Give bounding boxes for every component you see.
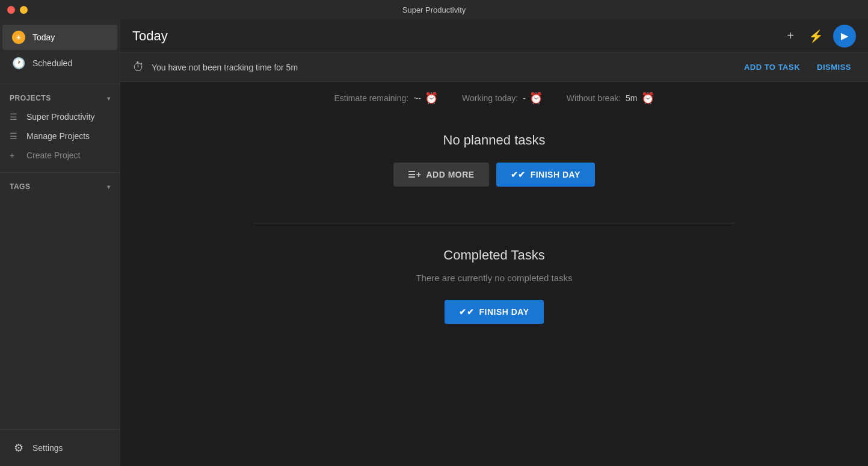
content-area: No planned tasks ☰+ ADD MORE ✔✔ FINISH D… <box>120 114 868 466</box>
app-title: Super Productivity <box>402 5 466 14</box>
without-break-value: 5m ⏰ <box>626 92 654 105</box>
sidebar: ☀ Today 🕐 Scheduled Projects ▾ ☰ Super P… <box>0 19 120 466</box>
no-tasks-section: No planned tasks ☰+ ADD MORE ✔✔ FINISH D… <box>314 132 675 187</box>
completed-section: Completed Tasks There are currently no c… <box>314 247 675 324</box>
sidebar-item-today[interactable]: ☀ Today <box>2 25 117 50</box>
sidebar-bottom: ⚙ Settings <box>0 429 120 466</box>
tags-section-header[interactable]: Tags ▾ <box>0 178 120 196</box>
add-more-label: ADD MORE <box>426 170 474 179</box>
project-super-productivity-label: Super Productivity <box>26 112 95 122</box>
working-value: - ⏰ <box>523 92 543 105</box>
projects-label: Projects <box>10 94 51 102</box>
working-stat: Working today: - ⏰ <box>462 92 543 105</box>
main-content: Today + ⚡ ▶ ⏱ You have not been tracking… <box>120 19 868 466</box>
play-button[interactable]: ▶ <box>833 25 856 48</box>
completed-title: Completed Tasks <box>314 247 675 263</box>
sidebar-item-manage-projects[interactable]: ☰ Manage Projects <box>0 126 120 146</box>
finish-day-button-top[interactable]: ✔✔ FINISH DAY <box>496 163 595 187</box>
notification-text: You have not been tracking time for 5m <box>152 63 732 72</box>
action-buttons: ☰+ ADD MORE ✔✔ FINISH DAY <box>314 163 675 187</box>
create-project-label: Create Project <box>26 151 80 160</box>
without-break-label: Without break: <box>567 93 621 103</box>
finish-day-label: FINISH DAY <box>531 170 580 179</box>
gear-icon: ⚙ <box>12 441 25 455</box>
estimate-value: ~- ⏰ <box>413 92 438 105</box>
timer-icon: ⏱ <box>132 60 144 74</box>
estimate-label: Estimate remaining: <box>334 93 408 103</box>
clock-icon: 🕐 <box>12 57 25 70</box>
clock-stat-icon: ⏰ <box>425 92 438 105</box>
add-more-icon: ☰+ <box>408 170 421 179</box>
window-controls <box>7 6 28 14</box>
estimate-number: ~- <box>413 93 421 103</box>
add-to-task-button[interactable]: ADD TO TASK <box>739 60 805 74</box>
sidebar-scheduled-label: Scheduled <box>32 58 72 68</box>
working-label: Working today: <box>462 93 518 103</box>
estimate-stat: Estimate remaining: ~- ⏰ <box>334 92 438 105</box>
dismiss-button[interactable]: DISMISS <box>812 60 856 74</box>
no-tasks-title: No planned tasks <box>314 132 675 148</box>
minimize-button[interactable] <box>20 6 28 14</box>
manage-projects-label: Manage Projects <box>26 131 90 141</box>
notification-bar: ⏱ You have not been tracking time for 5m… <box>120 53 868 82</box>
tags-label: Tags <box>10 182 30 191</box>
plus-icon-header: + <box>787 29 794 43</box>
checkmark-icon: ✔✔ <box>511 170 526 179</box>
working-number: - <box>523 93 526 103</box>
sidebar-today-label: Today <box>32 33 55 42</box>
sidebar-item-settings[interactable]: ⚙ Settings <box>2 435 117 461</box>
tags-chevron: ▾ <box>107 184 111 190</box>
without-break-number: 5m <box>626 93 637 103</box>
list-icon: ☰ <box>10 112 20 122</box>
create-project-button[interactable]: + Create Project <box>0 146 120 165</box>
sidebar-item-scheduled[interactable]: 🕐 Scheduled <box>2 51 117 76</box>
projects-section-header[interactable]: Projects ▾ <box>0 89 120 107</box>
sun-icon: ☀ <box>12 31 25 44</box>
tags-section: Tags ▾ <box>0 172 120 200</box>
finish-day-label-2: FINISH DAY <box>479 307 529 317</box>
plus-icon: + <box>10 151 20 160</box>
lightning-icon: ⚡ <box>808 29 823 43</box>
title-bar: Super Productivity <box>0 0 868 19</box>
stats-bar: Estimate remaining: ~- ⏰ Working today: … <box>120 82 868 114</box>
settings-label: Settings <box>32 443 63 453</box>
header-actions: + ⚡ ▶ <box>782 24 856 48</box>
finish-day-button-bottom[interactable]: ✔✔ FINISH DAY <box>445 300 543 324</box>
close-button[interactable] <box>7 6 15 14</box>
add-button[interactable]: + <box>782 24 799 48</box>
list-icon-2: ☰ <box>10 131 20 141</box>
page-title: Today <box>132 28 168 44</box>
section-divider <box>254 223 735 223</box>
add-more-button[interactable]: ☰+ ADD MORE <box>393 163 488 187</box>
projects-section: Projects ▾ ☰ Super Productivity ☰ Manage… <box>0 84 120 170</box>
sidebar-item-super-productivity[interactable]: ☰ Super Productivity <box>0 107 120 126</box>
no-completed-text: There are currently no completed tasks <box>314 273 675 283</box>
lightning-button[interactable]: ⚡ <box>804 24 828 48</box>
main-header: Today + ⚡ ▶ <box>120 19 868 53</box>
checkmark-icon-2: ✔✔ <box>459 307 474 317</box>
projects-chevron: ▾ <box>107 95 111 102</box>
play-icon: ▶ <box>841 30 848 42</box>
without-break-stat: Without break: 5m ⏰ <box>567 92 654 105</box>
clock-stat-icon-3: ⏰ <box>641 92 654 105</box>
clock-stat-icon-2: ⏰ <box>529 92 543 105</box>
